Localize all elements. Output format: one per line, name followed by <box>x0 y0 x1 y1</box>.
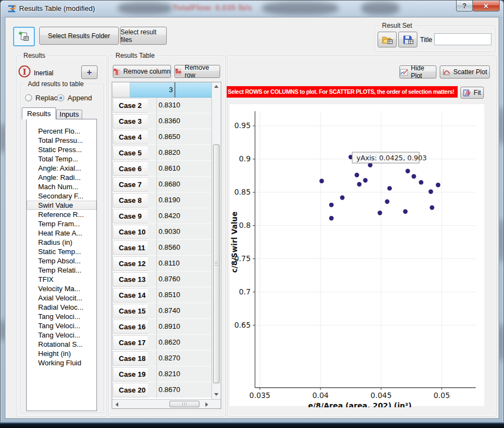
scatter-point[interactable] <box>340 195 344 200</box>
table-cell[interactable]: 0.8820 <box>148 145 211 161</box>
row-header[interactable]: Case 10 <box>113 225 153 239</box>
result-list-item[interactable]: Height (in) <box>27 349 96 358</box>
result-list-item[interactable]: Temp Fram... <box>27 219 96 228</box>
scatter-point[interactable] <box>385 200 389 204</box>
result-list-item[interactable]: Tang Veloci... <box>27 312 96 321</box>
new-results-table-button[interactable] <box>13 27 35 46</box>
scatter-point[interactable] <box>405 168 410 173</box>
scroll-right-arrow[interactable] <box>203 400 211 408</box>
table-cell[interactable]: 0.8190 <box>148 192 211 208</box>
result-list-item[interactable]: TFIX <box>27 275 96 284</box>
scroll-up-arrow[interactable] <box>212 82 220 91</box>
table-corner-header[interactable] <box>112 82 130 98</box>
scatter-point[interactable] <box>357 182 361 186</box>
result-list-item[interactable]: Angle: Axial... <box>27 164 96 173</box>
result-list-item[interactable]: Static Press... <box>27 145 96 154</box>
scatter-point[interactable] <box>378 210 382 215</box>
scatter-point[interactable] <box>419 180 423 184</box>
scroll-down-arrow[interactable] <box>212 390 220 399</box>
taskbar[interactable] <box>0 422 504 428</box>
row-header[interactable]: Case 8 <box>113 193 153 208</box>
result-list-item[interactable]: Temp Absol... <box>27 256 96 266</box>
row-header[interactable]: Case 9 <box>113 209 153 224</box>
load-result-set-button[interactable] <box>378 32 397 47</box>
row-header[interactable]: Case 7 <box>113 177 153 192</box>
row-header[interactable]: Case 17 <box>113 335 153 350</box>
result-list-item[interactable]: Heat Rate A... <box>27 228 96 238</box>
result-list-item[interactable]: Total Pressu... <box>27 136 96 145</box>
scatter-point[interactable] <box>355 173 359 177</box>
result-list-item[interactable]: Radial Veloc... <box>27 303 96 312</box>
table-cell[interactable]: 0.8670 <box>148 382 211 398</box>
result-list-item[interactable]: Total Temp... <box>27 154 96 164</box>
remove-column-button[interactable]: Remove column <box>113 65 171 78</box>
row-header[interactable]: Case 12 <box>113 256 153 271</box>
scatter-point[interactable] <box>430 206 434 210</box>
titlebar[interactable]: TotalFlow: 0.035 lb/s Results Table (mod… <box>1 1 503 17</box>
row-header[interactable]: Case 11 <box>113 240 153 255</box>
row-header[interactable]: Case 3 <box>113 114 153 129</box>
row-header[interactable]: Case 5 <box>113 146 153 160</box>
row-header[interactable]: Case 13 <box>113 272 153 287</box>
result-list-item[interactable]: Mach Num... <box>27 182 96 191</box>
table-cell[interactable]: 0.8420 <box>148 208 211 224</box>
horizontal-scroll-thumb[interactable] <box>169 401 199 407</box>
result-list-item[interactable]: Reference R... <box>27 210 96 219</box>
scatter-point[interactable] <box>319 179 324 183</box>
result-list-item[interactable]: Tang Veloci... <box>27 330 96 340</box>
select-results-folder-button[interactable]: Select Results Folder <box>39 27 119 45</box>
table-cell[interactable]: 0.8560 <box>148 240 211 256</box>
result-list-item[interactable]: Swirl Value <box>27 201 96 210</box>
save-result-set-button[interactable] <box>398 32 417 47</box>
result-list-item[interactable]: Angle: Radi... <box>27 173 96 182</box>
scatter-point[interactable] <box>368 163 372 167</box>
scatter-point[interactable] <box>387 186 392 190</box>
row-header[interactable]: Case 6 <box>113 161 153 176</box>
table-vertical-scrollbar[interactable] <box>211 82 220 399</box>
row-header[interactable]: Case 20 <box>113 383 153 397</box>
vertical-scroll-thumb[interactable] <box>213 144 220 383</box>
append-radio[interactable]: Append <box>57 94 92 102</box>
row-header[interactable]: Case 14 <box>113 288 153 303</box>
scatter-plot-button[interactable]: Scatter Plot <box>440 65 490 79</box>
scroll-left-arrow[interactable] <box>113 400 121 408</box>
table-cell[interactable]: 0.8760 <box>148 272 211 287</box>
result-list-item[interactable]: Velocity Ma... <box>27 284 96 293</box>
select-result-files-button[interactable]: Select result files <box>120 27 167 45</box>
result-list-item[interactable]: Static Temp... <box>27 247 96 256</box>
close-button[interactable]: × <box>472 1 500 11</box>
table-cell[interactable]: 0.8270 <box>148 351 211 366</box>
result-list-item[interactable]: Tang Veloci... <box>27 321 96 330</box>
hide-plot-button[interactable]: Hide Plot <box>399 65 436 79</box>
table-cell[interactable]: 0.8610 <box>148 161 211 177</box>
row-header[interactable]: Case 15 <box>113 304 153 318</box>
results-list[interactable]: Percent Flo...Total Pressu...Static Pres… <box>26 119 97 411</box>
table-cell[interactable]: 0.8910 <box>148 319 211 335</box>
result-list-item[interactable]: Axial Velocit... <box>27 293 96 303</box>
result-list-item[interactable]: Secondary F... <box>27 191 96 201</box>
remove-row-button[interactable]: Remove row <box>174 65 220 78</box>
scatter-point[interactable] <box>363 178 367 183</box>
row-header[interactable]: Case 16 <box>113 320 153 334</box>
row-header[interactable]: Case 19 <box>113 367 153 382</box>
table-cell[interactable]: 0.8110 <box>148 256 211 272</box>
tab-inputs[interactable]: Inputs <box>56 110 82 119</box>
table-horizontal-scrollbar[interactable] <box>112 399 221 408</box>
scatter-point[interactable] <box>428 189 433 194</box>
result-list-item[interactable]: Working Fluid <box>27 358 96 367</box>
table-cell[interactable]: 0.8360 <box>148 113 211 129</box>
help-button[interactable]: ? <box>456 1 473 11</box>
scatter-point[interactable] <box>411 174 416 178</box>
add-source-button[interactable]: + <box>81 65 98 79</box>
column-header-3[interactable]: 3 <box>130 82 211 98</box>
replace-radio[interactable]: Replace <box>25 94 62 102</box>
table-cell[interactable]: 0.8310 <box>148 98 211 113</box>
row-header[interactable]: Case 18 <box>113 351 153 366</box>
scatter-point[interactable] <box>403 209 408 214</box>
result-list-item[interactable]: Radius (in) <box>27 238 96 247</box>
scatter-point[interactable] <box>436 183 440 187</box>
table-cell[interactable]: 0.8510 <box>148 287 211 303</box>
result-list-item[interactable]: Rotational S... <box>27 340 96 349</box>
table-cell[interactable]: 0.8210 <box>148 366 211 382</box>
tab-results[interactable]: Results <box>22 107 56 119</box>
